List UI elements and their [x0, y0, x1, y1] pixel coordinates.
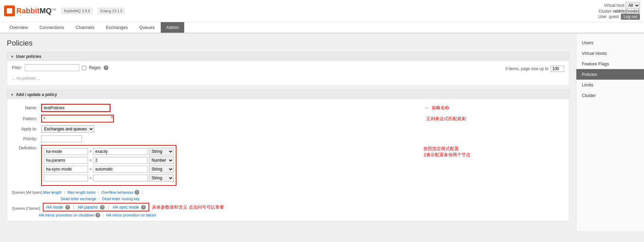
- def-val-1[interactable]: [93, 148, 147, 155]
- page-size-input[interactable]: [551, 66, 564, 72]
- def-eq-1: =: [89, 149, 92, 154]
- logo-tm: TM: [52, 8, 56, 11]
- def-key-2[interactable]: [44, 157, 88, 164]
- pattern-label: Pattern:: [12, 113, 39, 124]
- pattern-row: Pattern: * 正则表达式匹配规则: [12, 113, 564, 124]
- ha-sep-1: |: [73, 205, 74, 210]
- max-length-bytes-link[interactable]: Max length bytes: [67, 190, 95, 194]
- ha-sep-3: |: [103, 213, 104, 217]
- header-right: Virtual host All Cluster rabbit@node1 Us…: [598, 2, 640, 20]
- filter-label: Filter:: [12, 65, 22, 70]
- ha-mode-link[interactable]: HA mode: [46, 205, 63, 210]
- dead-letter-routing-key-link[interactable]: Dead letter routing key: [102, 197, 140, 201]
- name-annotation: ← 策略名称: [421, 105, 449, 110]
- def-val-3[interactable]: [93, 166, 147, 173]
- add-policy-header[interactable]: ▼ Add / update a policy: [7, 90, 569, 99]
- logo-icon: [4, 5, 15, 16]
- vhost-select[interactable]: All: [626, 2, 640, 9]
- ha-mirror-shutdown-help[interactable]: ?: [95, 213, 100, 217]
- def-key-4[interactable]: [44, 175, 88, 181]
- ha-mirror-failure-link[interactable]: HA mirror promotion on failure: [106, 213, 156, 217]
- name-input[interactable]: [42, 104, 110, 111]
- nav-exchanges[interactable]: Exchanges: [100, 22, 133, 33]
- user-label: User: [598, 14, 607, 19]
- sep-3: |: [142, 190, 143, 194]
- apply-label: Apply to:: [12, 124, 39, 134]
- sidebar-item-virtual-hosts[interactable]: Virtual Hosts: [576, 48, 644, 59]
- max-length-link[interactable]: Max length: [43, 190, 62, 194]
- sidebar-item-limits[interactable]: Limits: [576, 80, 644, 90]
- regex-checkbox[interactable]: [82, 66, 86, 70]
- sep-4: |: [99, 197, 100, 201]
- policy-form-table: Name: ← 策略名称: [12, 102, 564, 187]
- name-annotation-cell: ← 策略名称: [419, 102, 564, 113]
- def-val-2[interactable]: [93, 157, 147, 164]
- name-label: Name:: [12, 102, 39, 113]
- add-policy-title: Add / update a policy: [16, 92, 57, 97]
- regex-help-icon[interactable]: ?: [104, 65, 108, 70]
- add-policy-body: Name: ← 策略名称: [7, 99, 569, 221]
- ha-sync-mode-link[interactable]: HA sync mode: [113, 205, 139, 210]
- add-policy-section: ▼ Add / update a policy Name:: [7, 90, 569, 221]
- priority-input[interactable]: [41, 135, 82, 142]
- apply-select[interactable]: Exchanges and queues Exchanges Queues: [41, 125, 94, 133]
- logout-button[interactable]: Log out: [621, 14, 640, 20]
- user-area: User guest Log out: [598, 14, 640, 20]
- content-area: Policies ▼ User policies Filter: Regex ?: [0, 33, 576, 231]
- user-policies-section: ▼ User policies Filter: Regex ? 0 items,…: [7, 52, 569, 86]
- user-policies-header[interactable]: ▼ User policies: [7, 52, 569, 61]
- pattern-annotation-cell: 正则表达式匹配规则: [419, 113, 564, 124]
- def-val-4[interactable]: [93, 175, 147, 181]
- overflow-help-icon[interactable]: ?: [135, 190, 139, 195]
- user-policies-body: Filter: Regex ? 0 items, page size up to…: [7, 61, 569, 85]
- apply-row: Apply to: Exchanges and queues Exchanges…: [12, 124, 564, 134]
- vhost-row: Virtual host All: [598, 2, 640, 9]
- main-layout: Policies ▼ User policies Filter: Regex ?: [0, 33, 644, 231]
- page-title: Policies: [7, 39, 569, 48]
- nav-channels[interactable]: Channels: [70, 22, 100, 33]
- nav-connections[interactable]: Connections: [34, 22, 69, 33]
- filter-input[interactable]: [25, 64, 79, 71]
- ha-sep-2: |: [108, 205, 109, 210]
- priority-field-cell: [39, 134, 419, 144]
- name-box: [41, 104, 110, 112]
- sidebar-item-cluster[interactable]: Cluster: [576, 90, 644, 101]
- user-value: guest: [609, 14, 619, 19]
- ha-params-link[interactable]: HA params: [78, 205, 98, 210]
- cluster-info: Cluster rabbit@node1: [598, 9, 640, 14]
- nav-bar: Overview Connections Channels Exchanges …: [0, 22, 644, 33]
- sidebar-item-policies[interactable]: Policies: [576, 69, 644, 80]
- sidebar-item-feature-flags[interactable]: Feature Flags: [576, 59, 644, 69]
- nav-queues[interactable]: Queues: [134, 22, 160, 33]
- sidebar-item-users[interactable]: Users: [576, 37, 644, 48]
- ha-params-help[interactable]: ?: [100, 205, 105, 210]
- ha-mode-help[interactable]: ?: [65, 205, 70, 210]
- def-type-3[interactable]: StringNumberBooleanList: [149, 165, 174, 173]
- dead-letter-exchange-link[interactable]: Dead letter exchange: [61, 197, 97, 201]
- pattern-input[interactable]: [42, 116, 110, 122]
- items-info: 0 items, page size up to: [505, 66, 549, 71]
- filter-pagination-row: Filter: Regex ? 0 items, page size up to: [12, 64, 564, 73]
- filter-row: Filter: Regex ?: [12, 64, 108, 71]
- def-type-4[interactable]: StringNumberBooleanList: [149, 174, 174, 182]
- name-field-cell: [39, 102, 419, 113]
- def-type-1[interactable]: StringNumberBooleanList: [149, 148, 174, 155]
- def-eq-3: =: [89, 167, 92, 172]
- def-row-3: = StringNumberBooleanList: [44, 165, 174, 173]
- ha-sync-help[interactable]: ?: [141, 205, 146, 210]
- overflow-link[interactable]: Overflow behaviour: [101, 190, 134, 194]
- def-eq-4: =: [89, 176, 92, 180]
- nav-overview[interactable]: Overview: [4, 22, 33, 33]
- def-key-1[interactable]: [44, 148, 88, 155]
- def-key-3[interactable]: [44, 166, 88, 173]
- header-left: RabbitMQTM RabbitMQ 3.8.9 Erlang 23.1.5: [4, 5, 125, 16]
- def-type-2[interactable]: StringNumberBooleanList: [149, 157, 174, 164]
- ha-config-annotation: 按照指定模式配置 2表示配置备份两个节点: [421, 146, 562, 158]
- quick-links-all: Queues [All types] Max length | Max leng…: [12, 190, 564, 195]
- user-policies-title: User policies: [16, 54, 41, 59]
- ha-mirror-shutdown-link[interactable]: HA mirror promotion on shutdown: [39, 213, 94, 217]
- pattern-annotation: 正则表达式匹配规则: [421, 116, 466, 121]
- sep-2: |: [98, 190, 99, 194]
- ha-detail-annotation: 具体参数值和含义 点击问号可以查看: [152, 204, 224, 210]
- nav-admin[interactable]: Admin: [161, 22, 184, 33]
